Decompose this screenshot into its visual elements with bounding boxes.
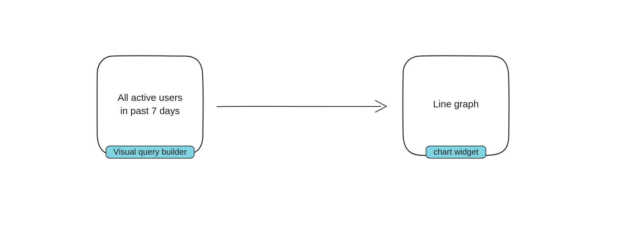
query-builder-text: All active users in past 7 days [95,91,205,117]
diagram-canvas: All active users in past 7 days Visual q… [0,0,644,242]
query-builder-tag: Visual query builder [106,146,194,159]
arrow-icon [216,97,390,116]
chart-widget-node: Line graph chart widget [401,54,511,157]
chart-widget-tag: chart widget [426,146,486,159]
flow-arrow [216,97,390,116]
query-builder-node: All active users in past 7 days Visual q… [95,54,205,157]
chart-widget-text: Line graph [401,98,511,111]
